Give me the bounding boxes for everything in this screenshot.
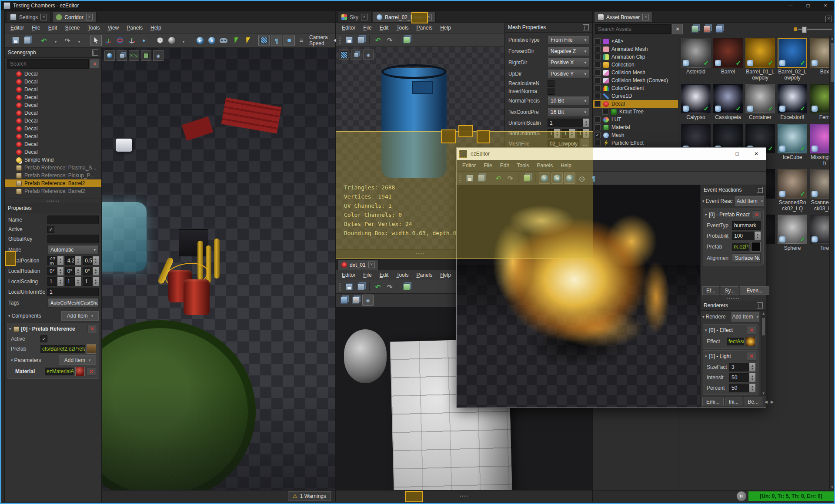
rotation-z-stepper[interactable]: 0° [83, 267, 99, 275]
clear-search-icon[interactable]: × [90, 60, 99, 68]
asset-thumbnail[interactable]: ✓ [681, 84, 711, 113]
asset-type-item[interactable]: <All> [593, 37, 678, 45]
render-mode-dropdown[interactable] [178, 35, 189, 46]
rightdir-dropdown[interactable]: Positive X [548, 58, 589, 67]
menu-item[interactable]: Help [436, 271, 455, 279]
menu-item[interactable]: Panels [533, 161, 557, 170]
tab-effect[interactable]: Ef... [702, 286, 719, 295]
rotation-y-value[interactable]: 0° [65, 267, 75, 275]
browse-file-button[interactable]: … [581, 139, 589, 148]
scenegraph-item[interactable]: Prefab Reference: Barrel2 [5, 179, 101, 187]
redo-button[interactable] [384, 35, 395, 45]
asset-thumbnail[interactable]: ✓ [778, 38, 807, 68]
undo-button[interactable] [373, 35, 383, 45]
scaling-x-value[interactable]: 1 [47, 277, 57, 286]
asset-item[interactable]: ✓ ScannedRock03_LQ [810, 169, 829, 212]
scroll-down-icon[interactable]: ▼ [762, 391, 765, 396]
minimize-button[interactable]: ─ [782, 1, 799, 10]
effect-asset-field[interactable]: fectAsset [727, 338, 744, 345]
document-tab[interactable]: Settings [6, 12, 51, 22]
scenegraph-item[interactable]: Decal [5, 86, 101, 93]
parameters-group-label[interactable]: Parameters [11, 357, 41, 363]
asset-type-item[interactable]: Animation Clip [593, 53, 678, 61]
spinner-arrows[interactable] [93, 277, 99, 286]
prefab-thumbnail-button[interactable] [751, 242, 761, 252]
spinner-arrows[interactable] [554, 129, 560, 138]
asset-browser-tab[interactable]: Asset Browser [594, 12, 653, 22]
scrollbar-thumb[interactable] [762, 318, 765, 335]
panel-close-icon[interactable] [825, 16, 832, 22]
document-tab[interactable]: Corridor [52, 12, 96, 22]
undo-dropdown[interactable] [50, 35, 61, 46]
save-all-button[interactable] [476, 173, 487, 183]
sizefactor-value[interactable]: 3 [729, 363, 749, 371]
asset-thumbnail[interactable]: ✓ [810, 215, 829, 244]
meshfile-field[interactable]: 02_Lowpoly.FBX [548, 139, 579, 148]
type-filter-checkbox[interactable] [595, 46, 601, 52]
export-button[interactable] [702, 24, 712, 34]
grid-toggle-button[interactable] [588, 173, 599, 183]
camera-button[interactable]: ◉ [153, 50, 164, 61]
menu-item[interactable]: File [359, 23, 375, 32]
menu-item[interactable]: Edit [376, 23, 393, 32]
menu-item[interactable]: Tools [84, 23, 104, 32]
asset-type-item[interactable]: Collision Mesh (Convex) [593, 76, 678, 84]
toggle-shapes-button[interactable] [271, 35, 282, 46]
tab-close-icon[interactable] [361, 14, 367, 20]
save-all-button[interactable] [356, 35, 366, 45]
type-filter-checkbox[interactable] [595, 93, 601, 99]
tab-close-icon[interactable] [642, 14, 649, 20]
asset-grid-scrollbar[interactable]: ▲ ▼ [829, 36, 835, 490]
save-button[interactable] [344, 35, 354, 45]
asset-item[interactable]: ✓ Barrel_02_Lowpoly [778, 38, 807, 81]
scenegraph-item[interactable]: Decal [5, 140, 101, 148]
scenegraph-item[interactable]: Decal [5, 101, 101, 109]
asset-thumbnail[interactable]: ✓ [810, 124, 829, 153]
warnings-button[interactable]: 1 Warnings [288, 491, 331, 501]
asset-type-item[interactable]: Collision Mesh [593, 69, 678, 76]
spinner-arrows[interactable] [749, 363, 755, 371]
asset-type-item[interactable]: Decal [593, 100, 678, 108]
event-reactions-group[interactable]: Event Reac [702, 198, 733, 204]
asset-thumbnail[interactable]: ✓ [810, 84, 829, 113]
minimize-button[interactable]: ─ [708, 148, 728, 160]
asset-type-item[interactable]: LUT [593, 116, 678, 123]
renderers-group[interactable]: Rendere [702, 314, 726, 320]
uniformscaling-stepper[interactable]: 1 [548, 119, 589, 127]
tab-close-icon[interactable] [368, 262, 375, 268]
export-image-button[interactable] [351, 295, 361, 305]
list-view-button[interactable] [714, 24, 725, 34]
asset-thumbnail[interactable]: ✓ [778, 124, 807, 153]
prefab-asset-field[interactable]: cts/Barrel2.ezPrefab [40, 345, 85, 353]
thumbnail-camera-button[interactable]: ◉ [363, 50, 374, 60]
toolbar-grip[interactable] [459, 174, 461, 182]
percentage-value[interactable]: 50 [729, 384, 749, 392]
play-button[interactable]: ▶ [195, 35, 205, 46]
redo-button[interactable] [384, 282, 395, 292]
snap-settings-button[interactable] [138, 35, 149, 46]
spinner-arrows[interactable] [75, 256, 81, 265]
material-asset-field[interactable]: ezMaterialAsset [45, 368, 73, 375]
asset-item[interactable]: ✓ MissingMesh [810, 124, 829, 167]
type-filter-checkbox[interactable] [595, 101, 601, 107]
forwarddir-dropdown[interactable]: Negative Z [548, 46, 589, 56]
screenshot-button[interactable] [141, 50, 151, 61]
scenegraph-item[interactable]: Decal [5, 93, 101, 101]
remove-item-button[interactable] [747, 326, 756, 335]
component-collapse-caret[interactable] [9, 327, 11, 331]
sizefactor-stepper[interactable]: 3 [729, 363, 755, 371]
mesh-properties-header[interactable]: Mesh Properties [505, 23, 592, 33]
position-y-value[interactable]: 4.25 [65, 256, 75, 265]
remove-item-button[interactable] [747, 352, 756, 361]
camera-views-button[interactable] [104, 50, 115, 61]
percentage-stepper[interactable]: 50 [729, 384, 755, 392]
translate-tool-button[interactable] [103, 35, 114, 46]
nonuniform-x-value[interactable]: 1 [548, 129, 554, 138]
uniformscaling-value[interactable]: 1 [548, 119, 583, 127]
probability-stepper[interactable]: 100 [732, 232, 761, 240]
undo-button[interactable] [39, 35, 49, 46]
panel-splitter[interactable] [701, 296, 766, 301]
scenegraph-search-input[interactable] [7, 59, 89, 69]
save-button[interactable] [10, 35, 21, 46]
menu-item[interactable]: Editor [7, 23, 28, 32]
